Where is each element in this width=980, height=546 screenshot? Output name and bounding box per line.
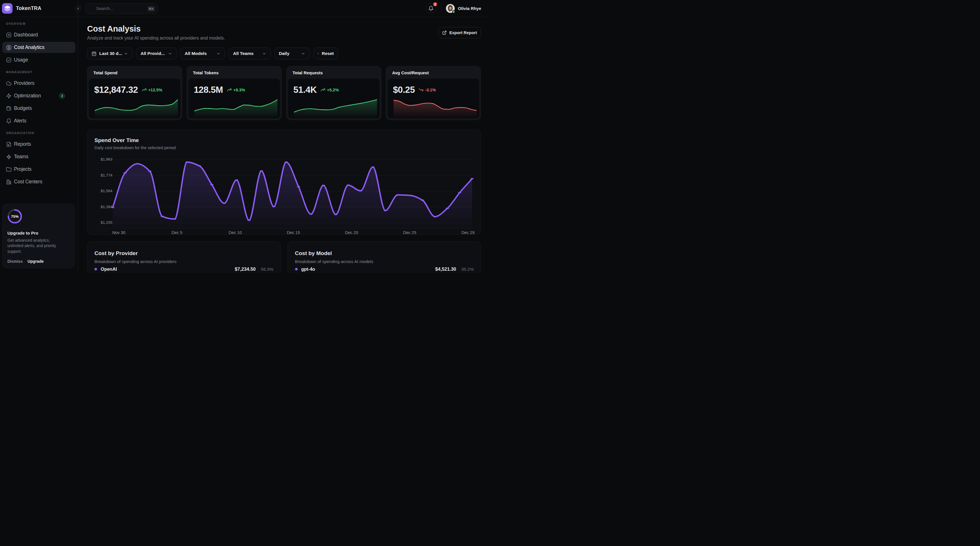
svg-text:$1,205: $1,205 xyxy=(101,220,112,224)
svg-text:$1,963: $1,963 xyxy=(101,157,112,161)
svg-text:Dec 25: Dec 25 xyxy=(403,230,416,235)
svg-text:Dec 20: Dec 20 xyxy=(345,230,358,235)
svg-text:Nov 30: Nov 30 xyxy=(112,230,126,235)
svg-text:Dec 5: Dec 5 xyxy=(172,230,182,235)
svg-text:Dec 29: Dec 29 xyxy=(461,230,475,235)
svg-text:$1,774: $1,774 xyxy=(101,173,113,177)
svg-text:$1,394: $1,394 xyxy=(101,205,113,209)
svg-text:Dec 10: Dec 10 xyxy=(229,230,242,235)
svg-text:75%: 75% xyxy=(11,214,19,219)
svg-text:$1,584: $1,584 xyxy=(101,189,113,193)
svg-text:Dec 15: Dec 15 xyxy=(287,230,300,235)
